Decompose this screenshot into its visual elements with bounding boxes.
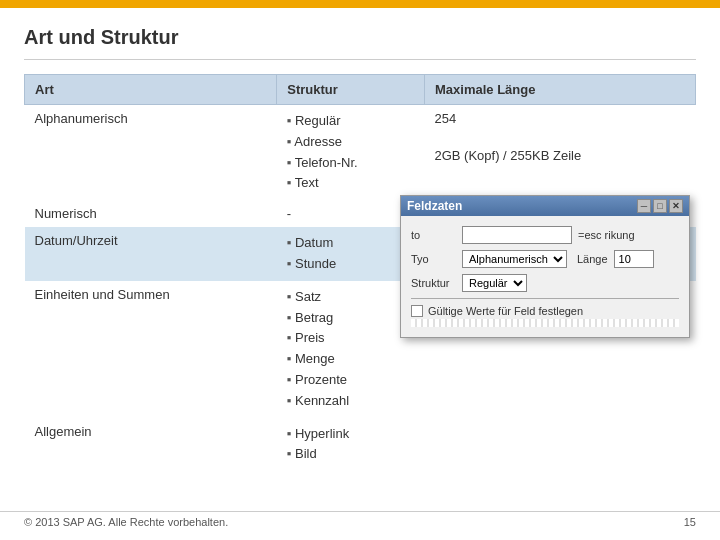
dialog-body: to =esc rikung Tyo Alphanumerisch Länge … xyxy=(401,216,689,337)
table-row: Allgemein Hyperlink Bild xyxy=(25,418,696,472)
dialog-to-input[interactable] xyxy=(462,226,572,244)
struktur-list: Regulär Adresse Telefon-Nr. Text xyxy=(287,111,415,194)
struktur-cell: Hyperlink Bild xyxy=(277,418,425,472)
struktur-list: Hyperlink Bild xyxy=(287,424,415,466)
list-item: Betrag xyxy=(287,308,415,329)
maxlength-cell: 254 2GB (Kopf) / 255KB Zeile xyxy=(424,105,695,201)
dialog-eq-label: =esc rikung xyxy=(578,229,635,241)
art-cell: Allgemein xyxy=(25,418,277,472)
dialog-titlebar-buttons: ─ □ ✕ xyxy=(637,199,683,213)
struktur-list: Satz Betrag Preis Menge Prozente Kennzah… xyxy=(287,287,415,412)
list-item: Stunde xyxy=(287,254,415,275)
dialog-laenge-input[interactable] xyxy=(614,250,654,268)
dialog-struktur-label: Struktur xyxy=(411,277,456,289)
dialog-checkbox[interactable] xyxy=(411,305,423,317)
list-item: Prozente xyxy=(287,370,415,391)
dialog-tyo-label: Tyo xyxy=(411,253,456,265)
maxlength-cell xyxy=(424,418,695,472)
art-cell: Einheiten und Summen xyxy=(25,281,277,418)
dialog-struktur-select[interactable]: Regulär xyxy=(462,274,527,292)
list-item: Bild xyxy=(287,444,415,465)
art-cell: Datum/Uhrzeit xyxy=(25,227,277,281)
struktur-cell: Regulär Adresse Telefon-Nr. Text xyxy=(277,105,425,201)
footer-page-number: 15 xyxy=(684,516,696,528)
dialog-torn-edge xyxy=(411,319,679,327)
maxlength-value-2: 2GB (Kopf) / 255KB Zeile xyxy=(434,148,685,163)
dialog-checkbox-label: Gültige Werte für Feld festlegen xyxy=(428,305,583,317)
divider xyxy=(24,59,696,60)
dialog-to-label: to xyxy=(411,229,456,241)
art-cell: Numerisch xyxy=(25,200,277,227)
list-item: Regulär xyxy=(287,111,415,132)
maxlength-value-1: 254 xyxy=(434,111,685,126)
list-item: Text xyxy=(287,173,415,194)
col-header-art: Art xyxy=(25,75,277,105)
list-item: Preis xyxy=(287,328,415,349)
footer-copyright: © 2013 SAP AG. Alle Rechte vorbehalten. xyxy=(24,516,228,528)
dialog-tyo-select[interactable]: Alphanumerisch xyxy=(462,250,567,268)
list-item: Satz xyxy=(287,287,415,308)
art-cell: Alphanumerisch xyxy=(25,105,277,201)
footer: © 2013 SAP AG. Alle Rechte vorbehalten. … xyxy=(0,511,720,532)
table-header-row: Art Struktur Maximale Länge xyxy=(25,75,696,105)
dialog-separator xyxy=(411,298,679,299)
list-item: Hyperlink xyxy=(287,424,415,445)
dialog-minimize-button[interactable]: ─ xyxy=(637,199,651,213)
list-item: Adresse xyxy=(287,132,415,153)
dialog-laenge-label: Länge xyxy=(577,253,608,265)
dialog-row-struktur: Struktur Regulär xyxy=(411,274,679,292)
list-item: Menge xyxy=(287,349,415,370)
struktur-list: Datum Stunde xyxy=(287,233,415,275)
dialog-row-tyo: Tyo Alphanumerisch Länge xyxy=(411,250,679,268)
dialog-row-to: to =esc rikung xyxy=(411,226,679,244)
top-bar xyxy=(0,0,720,8)
dialog-close-button[interactable]: ✕ xyxy=(669,199,683,213)
list-item: Kennzahl xyxy=(287,391,415,412)
feldzaten-dialog: Feldzaten ─ □ ✕ to =esc rikung Tyo Alpha… xyxy=(400,195,690,338)
col-header-maxlaenge: Maximale Länge xyxy=(424,75,695,105)
dialog-maximize-button[interactable]: □ xyxy=(653,199,667,213)
col-header-struktur: Struktur xyxy=(277,75,425,105)
list-item: Telefon-Nr. xyxy=(287,153,415,174)
page-title: Art und Struktur xyxy=(24,26,696,49)
table-row: Alphanumerisch Regulär Adresse Telefon-N… xyxy=(25,105,696,201)
dialog-title: Feldzaten xyxy=(407,199,462,213)
list-item: Datum xyxy=(287,233,415,254)
dialog-checkbox-row: Gültige Werte für Feld festlegen xyxy=(411,305,679,317)
dialog-titlebar: Feldzaten ─ □ ✕ xyxy=(401,196,689,216)
